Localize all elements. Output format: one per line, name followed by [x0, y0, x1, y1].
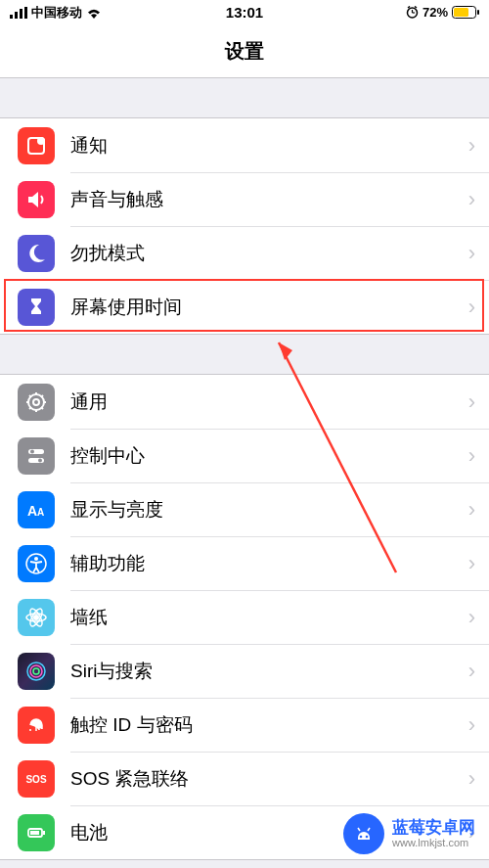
svg-line-23 [41, 395, 43, 397]
svg-point-15 [33, 399, 39, 405]
svg-line-7 [408, 7, 410, 9]
row-general[interactable]: 通用 › [0, 375, 489, 429]
hourglass-icon [18, 289, 55, 326]
status-bar: 中国移动 13:01 72% [0, 0, 489, 24]
svg-line-22 [29, 407, 31, 409]
svg-line-47 [358, 828, 360, 831]
watermark-line2: www.lmkjst.com [392, 837, 475, 848]
row-accessibility[interactable]: 辅助功能 › [0, 536, 489, 590]
group-spacer-0 [0, 78, 489, 117]
svg-point-38 [33, 668, 39, 674]
toggles-icon [18, 437, 55, 475]
svg-point-27 [38, 458, 42, 462]
row-screen-time[interactable]: 屏幕使用时间 › [0, 280, 489, 334]
gear-icon [18, 384, 55, 421]
svg-rect-2 [20, 9, 22, 19]
chevron-icon: › [468, 133, 475, 159]
chevron-icon: › [468, 766, 475, 792]
status-time: 13:01 [226, 4, 263, 21]
svg-rect-0 [10, 15, 13, 19]
svg-point-45 [360, 836, 363, 839]
sos-icon: SOS [18, 760, 55, 798]
row-label: 勿扰模式 [70, 241, 468, 266]
svg-point-13 [37, 137, 45, 145]
row-label: 通知 [70, 133, 468, 159]
row-label: Siri与搜索 [70, 659, 468, 684]
chevron-icon: › [468, 605, 475, 630]
accessibility-icon [18, 545, 55, 582]
chevron-icon: › [468, 241, 475, 266]
text-size-icon: AA [18, 491, 55, 528]
watermark-logo-icon [343, 813, 384, 854]
svg-text:A: A [27, 503, 37, 519]
watermark-text: 蓝莓安卓网 www.lmkjst.com [392, 819, 475, 849]
row-siri-search[interactable]: Siri与搜索 › [0, 644, 489, 698]
chevron-icon: › [468, 443, 475, 469]
row-label: 通用 [70, 389, 468, 415]
chevron-icon: › [468, 551, 475, 576]
status-right: 72% [406, 5, 479, 20]
svg-rect-41 [43, 831, 45, 835]
row-label: 控制中心 [70, 443, 468, 469]
page-title: 设置 [225, 38, 264, 65]
svg-rect-11 [477, 10, 479, 15]
row-label: 显示与亮度 [70, 497, 468, 523]
svg-point-32 [33, 615, 39, 620]
moon-icon [18, 235, 55, 272]
settings-group-1: 通用 › 控制中心 › AA 显示与亮度 › 辅助功能 › 墙纸 › Siri与… [0, 374, 489, 860]
sound-icon [18, 181, 55, 218]
row-label: 墙纸 [70, 605, 468, 630]
row-wallpaper[interactable]: 墙纸 › [0, 590, 489, 644]
battery-pct-label: 72% [422, 5, 448, 20]
svg-point-37 [30, 665, 42, 677]
row-label: 声音与触感 [70, 187, 468, 212]
watermark: 蓝莓安卓网 www.lmkjst.com [343, 813, 475, 854]
status-left: 中国移动 [10, 4, 102, 22]
row-touch-id-passcode[interactable]: 触控 ID 与密码 › [0, 698, 489, 752]
svg-rect-42 [30, 831, 39, 835]
row-emergency-sos[interactable]: SOS SOS 紧急联络 › [0, 752, 489, 805]
row-label: 屏幕使用时间 [70, 295, 468, 320]
row-control-center[interactable]: 控制中心 › [0, 429, 489, 482]
row-display-brightness[interactable]: AA 显示与亮度 › [0, 482, 489, 536]
watermark-line1: 蓝莓安卓网 [392, 819, 475, 838]
chevron-icon: › [468, 389, 475, 415]
signal-icon [10, 7, 27, 19]
group-spacer-1 [0, 335, 489, 374]
svg-rect-1 [15, 12, 18, 19]
svg-text:A: A [37, 507, 44, 518]
fingerprint-icon [18, 707, 55, 744]
row-label: 触控 ID 与密码 [70, 712, 468, 738]
svg-point-31 [34, 557, 38, 561]
carrier-label: 中国移动 [31, 4, 82, 22]
svg-rect-3 [24, 7, 27, 19]
flower-icon [18, 599, 55, 636]
chevron-icon: › [468, 659, 475, 684]
svg-line-21 [41, 407, 43, 409]
settings-group-0: 通知 › 声音与触感 › 勿扰模式 › 屏幕使用时间 › [0, 117, 489, 335]
svg-point-25 [30, 449, 34, 453]
row-notifications[interactable]: 通知 › [0, 118, 489, 172]
chevron-icon: › [468, 497, 475, 523]
svg-point-46 [366, 836, 369, 839]
alarm-icon [406, 6, 419, 19]
battery-row-icon [18, 814, 55, 851]
chevron-icon: › [468, 712, 475, 738]
nav-header: 设置 [0, 24, 489, 78]
row-label: 辅助功能 [70, 551, 468, 576]
chevron-icon: › [468, 295, 475, 320]
row-do-not-disturb[interactable]: 勿扰模式 › [0, 226, 489, 280]
svg-text:SOS: SOS [25, 774, 46, 785]
svg-line-8 [415, 7, 417, 9]
svg-line-48 [368, 828, 370, 831]
siri-icon [18, 653, 55, 690]
row-label: SOS 紧急联络 [70, 766, 468, 792]
wifi-icon [86, 7, 102, 19]
row-sounds-haptics[interactable]: 声音与触感 › [0, 172, 489, 226]
notifications-icon [18, 127, 55, 164]
svg-line-20 [29, 395, 31, 397]
svg-rect-10 [454, 8, 468, 17]
battery-icon [452, 6, 479, 19]
chevron-icon: › [468, 187, 475, 212]
